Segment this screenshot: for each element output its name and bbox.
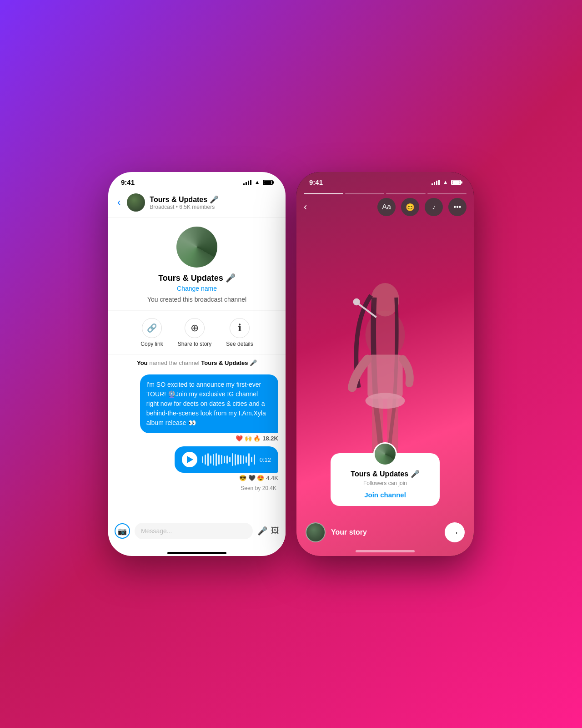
mic-icon[interactable]: 🎤 bbox=[257, 526, 267, 536]
camera-button[interactable]: 📷 bbox=[115, 523, 130, 539]
reaction-count: 18.2K bbox=[262, 435, 278, 442]
your-story-label: Your story bbox=[331, 528, 439, 536]
audio-duration: 0:12 bbox=[260, 456, 271, 463]
wifi-icon-dark: ▲ bbox=[442, 179, 448, 186]
audio-reaction-count: 4.4K bbox=[266, 475, 278, 481]
back-button[interactable]: ‹ bbox=[115, 195, 122, 210]
story-card-avatar bbox=[373, 442, 397, 466]
wifi-icon: ▲ bbox=[254, 179, 260, 186]
phone-right-content: 9:41 ▲ ‹ bbox=[296, 172, 474, 556]
waveform bbox=[202, 453, 255, 466]
change-name-link[interactable]: Change name bbox=[177, 285, 217, 292]
phone-right: 9:41 ▲ ‹ bbox=[296, 172, 474, 556]
action-buttons: 🔗 Copy link ⊕ Share to story ℹ See detai… bbox=[108, 311, 286, 355]
system-msg-text: named the channel bbox=[148, 359, 201, 366]
see-details-label: See details bbox=[226, 341, 253, 347]
channel-avatar-large bbox=[176, 227, 217, 268]
header-subtitle: Broadcast • 6.5K members bbox=[150, 204, 278, 210]
play-button[interactable] bbox=[182, 452, 197, 467]
more-tool-icon: ••• bbox=[454, 203, 462, 211]
image-icon[interactable]: 🖼 bbox=[271, 526, 279, 536]
share-story-button[interactable]: ⊕ Share to story bbox=[178, 318, 212, 347]
message-placeholder: Message... bbox=[141, 527, 172, 535]
audio-bubble: 0:12 bbox=[175, 446, 278, 473]
battery-icon-dark bbox=[451, 180, 461, 185]
emoji-tool-icon: 😊 bbox=[406, 203, 415, 212]
see-details-button[interactable]: ℹ See details bbox=[226, 318, 253, 347]
your-story-avatar bbox=[306, 522, 326, 542]
audio-reaction-emojis: 😎 🖤 😍 bbox=[239, 475, 264, 481]
status-icons-left: ▲ bbox=[243, 179, 273, 186]
home-indicator-left bbox=[167, 552, 226, 554]
system-msg-you: You bbox=[137, 359, 148, 366]
signal-icon bbox=[243, 180, 251, 185]
story-card-subtitle: Followers can join bbox=[363, 480, 407, 486]
story-toolbar: ‹ Aa 😊 ♪ ••• bbox=[296, 194, 474, 222]
header-info: Tours & Updates 🎤 Broadcast • 6.5K membe… bbox=[150, 195, 278, 210]
story-channel-card: Tours & Updates 🎤 Followers can join Joi… bbox=[331, 453, 440, 506]
phones-container: 9:41 ▲ ‹ Tours & Updates bbox=[108, 172, 474, 556]
copy-link-label: Copy link bbox=[140, 341, 163, 347]
music-tool-button[interactable]: ♪ bbox=[425, 198, 443, 216]
status-bar-right: 9:41 ▲ bbox=[296, 172, 474, 190]
time-left: 9:41 bbox=[121, 178, 135, 186]
status-icons-right: ▲ bbox=[431, 179, 461, 186]
channel-name-title: Tours & Updates 🎤 bbox=[158, 273, 236, 283]
share-arrow-icon: → bbox=[450, 527, 459, 538]
header-channel-name: Tours & Updates 🎤 bbox=[150, 195, 278, 204]
share-story-icon: ⊕ bbox=[185, 318, 205, 338]
channel-avatar-small bbox=[127, 193, 145, 212]
more-tool-button[interactable]: ••• bbox=[448, 198, 467, 216]
status-bar-left: 9:41 ▲ bbox=[108, 172, 286, 190]
story-tools: Aa 😊 ♪ ••• bbox=[377, 198, 467, 216]
audio-reactions: 😎 🖤 😍 4.4K bbox=[239, 475, 278, 481]
message-reactions: ❤️ 🙌 🔥 18.2K bbox=[236, 435, 278, 442]
story-progress bbox=[296, 190, 474, 194]
copy-link-button[interactable]: 🔗 Copy link bbox=[140, 318, 163, 347]
channel-description: You created this broadcast channel bbox=[147, 296, 246, 303]
messages-area: I'm SO excited to announce my first-ever… bbox=[108, 371, 286, 518]
see-details-icon: ℹ bbox=[230, 318, 250, 338]
system-message: You named the channel Tours & Updates 🎤 bbox=[108, 355, 286, 371]
home-indicator-right bbox=[356, 550, 415, 552]
music-tool-icon: ♪ bbox=[432, 203, 436, 211]
battery-icon bbox=[263, 180, 273, 185]
text-tool-button[interactable]: Aa bbox=[377, 198, 396, 216]
signal-icon-dark bbox=[431, 180, 440, 185]
text-tool-label: Aa bbox=[382, 203, 391, 211]
time-right: 9:41 bbox=[309, 178, 323, 186]
play-icon bbox=[187, 456, 193, 463]
message-input[interactable]: Message... bbox=[135, 523, 253, 539]
chat-header: ‹ Tours & Updates 🎤 Broadcast • 6.5K mem… bbox=[108, 190, 286, 217]
phone-left: 9:41 ▲ ‹ Tours & Updates bbox=[108, 172, 286, 556]
share-to-story-button[interactable]: → bbox=[445, 522, 465, 542]
input-bar: 📷 Message... 🎤 🖼 bbox=[108, 518, 286, 548]
reaction-emojis: ❤️ 🙌 🔥 bbox=[236, 435, 261, 442]
copy-link-icon: 🔗 bbox=[142, 318, 162, 338]
join-channel-button[interactable]: Join channel bbox=[364, 491, 406, 499]
story-card-name: Tours & Updates 🎤 bbox=[351, 470, 419, 478]
story-back-button[interactable]: ‹ bbox=[304, 201, 307, 213]
share-story-label: Share to story bbox=[178, 341, 212, 347]
system-msg-channel: Tours & Updates 🎤 bbox=[201, 359, 257, 366]
input-icons: 🎤 🖼 bbox=[257, 526, 279, 536]
channel-info: Tours & Updates 🎤 Change name You create… bbox=[108, 217, 286, 311]
message-bubble: I'm SO excited to announce my first-ever… bbox=[140, 374, 278, 433]
emoji-tool-button[interactable]: 😊 bbox=[401, 198, 419, 216]
seen-by: Seen by 20.4K bbox=[115, 485, 278, 493]
